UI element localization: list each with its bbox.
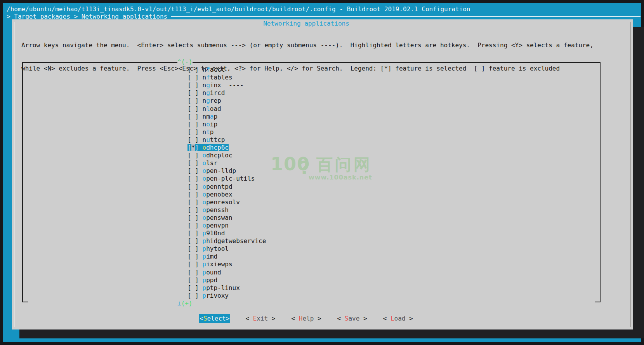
networking-applications-dialog: Networking applications Arrow keys navig… bbox=[12, 19, 633, 329]
menu-item-openswan[interactable]: [ ] openswan bbox=[177, 214, 266, 222]
checkbox: [ ] bbox=[187, 97, 199, 104]
item-hotkey: f bbox=[206, 66, 210, 73]
item-label: phidgetwebservice bbox=[203, 237, 266, 245]
item-label: nginx bbox=[203, 81, 221, 89]
item-hotkey: p bbox=[203, 253, 207, 260]
checkbox: [ ] bbox=[187, 152, 199, 159]
checkbox: [ ] bbox=[187, 229, 199, 237]
load-button[interactable]: < Load > bbox=[382, 314, 414, 323]
checkbox: [ ] bbox=[187, 269, 199, 276]
watermark: 100?百问网 www.100ask.net bbox=[271, 155, 372, 181]
watermark-logo: 100?百问网 bbox=[271, 155, 372, 174]
menu-item-nmap[interactable]: [ ] nmap bbox=[177, 113, 266, 121]
menu-item-ngircd[interactable]: [ ] ngircd bbox=[177, 89, 266, 97]
menu-item-ngrep[interactable]: [ ] ngrep bbox=[177, 97, 266, 105]
checkbox: [ ] bbox=[187, 245, 199, 252]
menu-item-openobex[interactable]: [ ] openobex bbox=[177, 191, 266, 198]
item-label: openobex bbox=[203, 191, 233, 198]
breadcrumb-rule bbox=[171, 16, 641, 17]
item-hotkey: o bbox=[203, 183, 207, 190]
menu-item-odhcploc[interactable]: [ ] odhcploc bbox=[177, 152, 266, 159]
menu-item-openntpd[interactable]: [ ] openntpd bbox=[177, 183, 266, 191]
menu-item-nload[interactable]: [ ] nload bbox=[177, 105, 266, 113]
menu-item-open-lldp[interactable]: [ ] open-lldp bbox=[177, 167, 266, 175]
item-hotkey: o bbox=[203, 214, 207, 221]
item-label: ngircd bbox=[203, 89, 225, 97]
item-label: openvpn bbox=[203, 222, 229, 229]
item-label: open-lldp bbox=[203, 167, 236, 174]
item-hotkey: p bbox=[203, 276, 207, 284]
item-label: phytool bbox=[203, 245, 229, 252]
menu-item-nginx[interactable]: [ ] nginx ---- bbox=[177, 81, 266, 89]
item-label: odhcp6c bbox=[203, 144, 229, 151]
checkbox: [ ] bbox=[187, 113, 199, 120]
item-hotkey: l bbox=[206, 105, 210, 112]
checkbox: [ ] bbox=[187, 276, 199, 284]
watermark-question-mark-icon: ? bbox=[300, 159, 311, 177]
checkbox: [ ] bbox=[187, 253, 199, 260]
menu-item-open-plc-utils[interactable]: [ ] open-plc-utils bbox=[177, 175, 266, 183]
menu-item-phidgetwebservice[interactable]: [ ] phidgetwebservice bbox=[177, 237, 266, 245]
menu-item-openresolv[interactable]: [ ] openresolv bbox=[177, 198, 266, 206]
menu-item-nuttcp[interactable]: [ ] nuttcp bbox=[177, 136, 266, 144]
menu-list-box bbox=[22, 62, 601, 302]
checkbox: [ ] bbox=[187, 105, 199, 112]
item-label: openssh bbox=[203, 206, 229, 214]
item-label: pppd bbox=[203, 276, 218, 284]
item-label: olsr bbox=[203, 159, 218, 167]
menu-item-p910nd[interactable]: [ ] p910nd bbox=[177, 229, 266, 237]
selected-row-highlight: [*] odhcp6c bbox=[187, 144, 229, 151]
item-hotkey: a bbox=[210, 113, 214, 120]
help-button[interactable]: < Help > bbox=[290, 314, 322, 323]
menu-item-pixiewps[interactable]: [ ] pixiewps bbox=[177, 260, 266, 268]
menu-item-pimd[interactable]: [ ] pimd bbox=[177, 253, 266, 260]
checkbox: [ ] bbox=[187, 206, 199, 214]
menu-item-phytool[interactable]: [ ] phytool bbox=[177, 245, 266, 253]
menu-item-olsr[interactable]: [ ] olsr bbox=[177, 159, 266, 167]
scroll-up-indicator-icon: ^ bbox=[177, 58, 181, 66]
item-label: pound bbox=[203, 269, 221, 276]
item-hotkey: p bbox=[203, 245, 207, 252]
item-hotkey: p bbox=[203, 284, 207, 292]
item-label: openntpd bbox=[203, 183, 233, 190]
item-hotkey: o bbox=[203, 167, 207, 174]
menu-item-nfacct[interactable]: [ ] nfacct bbox=[177, 66, 266, 74]
checkbox: [ ] bbox=[187, 175, 199, 182]
checkbox: [ ] bbox=[187, 191, 199, 198]
item-hotkey: g bbox=[206, 89, 210, 97]
item-hotkey: o bbox=[203, 191, 207, 198]
select-button[interactable]: <Select> bbox=[199, 314, 230, 323]
checkbox: [ ] bbox=[187, 128, 199, 136]
menu-item-pppd[interactable]: [ ] pppd bbox=[177, 276, 266, 284]
menu-item-openvpn[interactable]: [ ] openvpn bbox=[177, 222, 266, 229]
button-hotkey: E bbox=[253, 315, 257, 322]
menu-item-ntp[interactable]: [ ] ntp bbox=[177, 128, 266, 136]
checkbox: [ ] bbox=[187, 198, 199, 206]
exit-button[interactable]: < Exit > bbox=[245, 314, 276, 323]
checkbox: [ ] bbox=[187, 66, 199, 73]
scroll-up-indicator: ^(-) bbox=[177, 58, 266, 66]
scroll-down-indicator-icon: ⊥ bbox=[177, 300, 181, 307]
button-hotkey: S bbox=[345, 315, 349, 322]
checkbox: [ ] bbox=[187, 222, 199, 229]
checkbox: [ ] bbox=[187, 237, 199, 245]
menu-item-pound[interactable]: [ ] pound bbox=[177, 269, 266, 276]
menu-item-odhcp6c[interactable]: [*] odhcp6c bbox=[177, 144, 266, 152]
menu-item-privoxy[interactable]: [ ] privoxy bbox=[177, 292, 266, 300]
menu-item-pptp-linux[interactable]: [ ] pptp-linux bbox=[177, 284, 266, 292]
checkbox: [ ] bbox=[187, 260, 199, 268]
window-title: /home/ubuntu/meihao/t113i_tinasdk5.0-v1/… bbox=[7, 5, 470, 13]
menu-item-noip[interactable]: [ ] noip bbox=[177, 121, 266, 128]
menu-item-openssh[interactable]: [ ] openssh bbox=[177, 206, 266, 214]
scroll-down-indicator: ⊥(+) bbox=[177, 300, 266, 307]
item-hotkey: p bbox=[203, 269, 207, 276]
item-label: nload bbox=[203, 105, 221, 112]
save-button[interactable]: < Save > bbox=[337, 314, 368, 323]
item-label: openresolv bbox=[203, 198, 240, 206]
item-hotkey: o bbox=[203, 206, 207, 214]
item-hotkey: f bbox=[206, 74, 210, 81]
item-hotkey: g bbox=[206, 97, 210, 104]
item-hotkey: o bbox=[203, 144, 207, 151]
menu-item-nftables[interactable]: [ ] nftables bbox=[177, 74, 266, 81]
item-label: pimd bbox=[203, 253, 218, 260]
